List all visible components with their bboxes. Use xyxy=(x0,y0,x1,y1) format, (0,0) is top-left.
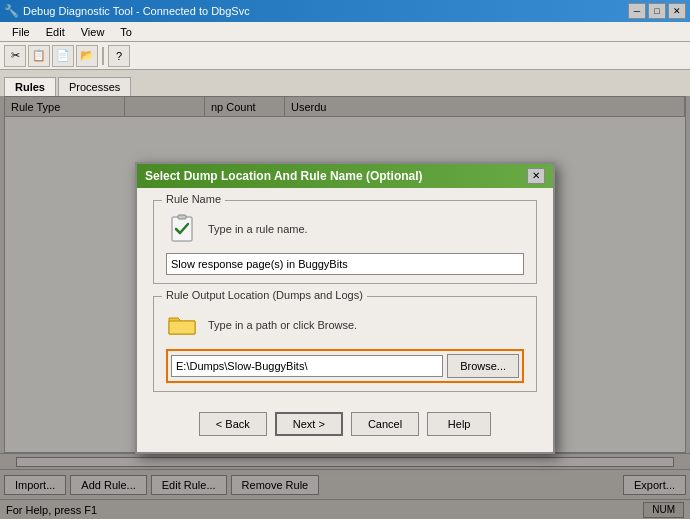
output-path-input[interactable] xyxy=(171,355,443,377)
toolbar-open[interactable]: 📂 xyxy=(76,45,98,67)
close-button[interactable]: ✕ xyxy=(668,3,686,19)
modal-body: Rule Name xyxy=(137,188,553,452)
toolbar-separator xyxy=(102,47,104,65)
toolbar-paste[interactable]: 📄 xyxy=(52,45,74,67)
maximize-button[interactable]: □ xyxy=(648,3,666,19)
toolbar-copy[interactable]: 📋 xyxy=(28,45,50,67)
next-button[interactable]: Next > xyxy=(275,412,343,436)
menu-bar: File Edit View To xyxy=(0,22,690,42)
app-title: Debug Diagnostic Tool - Connected to Dbg… xyxy=(23,5,250,17)
window-controls: ─ □ ✕ xyxy=(628,3,686,19)
dialog-buttons: < Back Next > Cancel Help xyxy=(153,404,537,440)
rule-name-group-title: Rule Name xyxy=(162,193,225,205)
back-button[interactable]: < Back xyxy=(199,412,267,436)
title-bar: 🔧 Debug Diagnostic Tool - Connected to D… xyxy=(0,0,690,22)
menu-tools[interactable]: To xyxy=(112,24,140,40)
modal-dialog: Select Dump Location And Rule Name (Opti… xyxy=(135,162,555,454)
rule-name-icon xyxy=(166,213,198,245)
svg-rect-1 xyxy=(178,215,186,219)
browse-button[interactable]: Browse... xyxy=(447,354,519,378)
menu-edit[interactable]: Edit xyxy=(38,24,73,40)
folder-icon xyxy=(166,309,198,341)
browse-container: Browse... xyxy=(166,349,524,383)
toolbar-cut[interactable]: ✂ xyxy=(4,45,26,67)
output-location-group-title: Rule Output Location (Dumps and Logs) xyxy=(162,289,367,301)
menu-view[interactable]: View xyxy=(73,24,113,40)
modal-title: Select Dump Location And Rule Name (Opti… xyxy=(145,169,423,183)
minimize-button[interactable]: ─ xyxy=(628,3,646,19)
output-location-group: Rule Output Location (Dumps and Logs) Ty… xyxy=(153,296,537,392)
rule-name-group: Rule Name xyxy=(153,200,537,284)
tab-rules[interactable]: Rules xyxy=(4,77,56,96)
rule-name-hint: Type in a rule name. xyxy=(208,223,308,235)
modal-close-button[interactable]: ✕ xyxy=(527,168,545,184)
app-icon: 🔧 xyxy=(4,4,19,18)
app-window: 🔧 Debug Diagnostic Tool - Connected to D… xyxy=(0,0,690,519)
cancel-button[interactable]: Cancel xyxy=(351,412,419,436)
rule-name-info-row: Type in a rule name. xyxy=(166,213,524,245)
rule-name-input[interactable] xyxy=(166,253,524,275)
modal-title-bar: Select Dump Location And Rule Name (Opti… xyxy=(137,164,553,188)
help-button[interactable]: Help xyxy=(427,412,491,436)
modal-overlay: Select Dump Location And Rule Name (Opti… xyxy=(0,96,690,519)
toolbar-help[interactable]: ? xyxy=(108,45,130,67)
content-area: Rule Type np Count Userdu Import... Add … xyxy=(0,96,690,519)
tab-processes[interactable]: Processes xyxy=(58,77,131,96)
tabs-bar: Rules Processes xyxy=(0,70,690,96)
output-hint: Type in a path or click Browse. xyxy=(208,319,357,331)
toolbar: ✂ 📋 📄 📂 ? xyxy=(0,42,690,70)
output-info-row: Type in a path or click Browse. xyxy=(166,309,524,341)
menu-file[interactable]: File xyxy=(4,24,38,40)
